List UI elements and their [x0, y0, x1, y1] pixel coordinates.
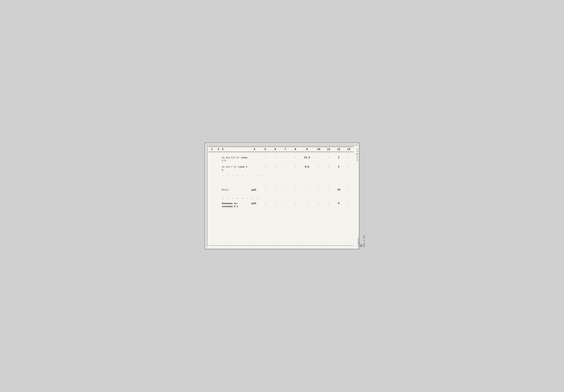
separator-dashes-2: - - - - - - - - — [209, 197, 354, 200]
separator-dashes-1: - - - - - - - - - — [209, 174, 354, 178]
header-col12: 12 — [334, 148, 344, 151]
cell-r5-c10: - — [314, 202, 324, 205]
data-section: по поз.5,6 от суммы 3 % - - - - II,3 - -… — [209, 155, 354, 209]
header-col5: 5 — [260, 148, 270, 151]
header-col1: 1 — [209, 148, 215, 151]
cell-r4-c6: - — [270, 188, 280, 191]
cell-r1-c12: I — [334, 156, 344, 159]
cell-r2-c13: - — [344, 166, 354, 168]
cell-r4-c3: Итого — [222, 188, 249, 192]
cell-r4-c11: - — [324, 188, 334, 191]
cell-r4-c5: - — [260, 188, 270, 191]
header-col4: 4 — [249, 148, 260, 151]
main-table: 1 2 3 4 5 6 7 8 9 10 11 12 13 по поз.5,6… — [209, 147, 354, 209]
cell-r4-c12: 76 — [334, 188, 344, 191]
table-row — [209, 179, 354, 186]
table-row: по поз.7 от суммы 6 % - - - - 8,6 - - I … — [209, 165, 354, 172]
cell-r1-c11: - — [324, 156, 334, 159]
cell-r2-c6: - — [270, 166, 280, 168]
cell-r2-c11: - — [324, 166, 334, 168]
side-label-top: 251-1-52 — [363, 146, 366, 247]
cell-r2-c7: - — [280, 166, 290, 168]
cell-r5-c12: 5 — [334, 202, 344, 205]
cell-r2-c12: I — [334, 166, 344, 168]
cell-r2-c8: - — [290, 166, 300, 168]
cell-r2-c5: - — [260, 166, 270, 168]
header-col7: 7 — [280, 148, 290, 151]
top-border — [207, 145, 358, 145]
table-row: по поз.5,6 от суммы 3 % - - - - II,3 - -… — [209, 155, 354, 163]
header-col8: 8 — [290, 148, 300, 151]
left-border — [207, 145, 207, 247]
cell-r2-c9: 8,6 — [300, 166, 314, 168]
side-margin-text: 251-1-52 47 7/99771 — [359, 143, 366, 249]
table-row: Итого руб. - - - - - - - 76 - — [209, 188, 354, 195]
document-page: 251-1-52 47 7/99771 2 4-70 4-7 1 2 3 4 5… — [205, 143, 359, 249]
header-underline — [209, 152, 354, 153]
cell-r5-c5: - — [260, 202, 270, 205]
cell-r1-c7: - — [280, 156, 290, 159]
cell-r2-c10: - — [314, 166, 324, 168]
cell-r5-c7: - — [280, 202, 290, 205]
cell-r4-c8: - — [290, 188, 300, 191]
cell-r4-c9: - — [300, 188, 314, 191]
cell-r2-c3: по поз.7 от суммы 6 % — [222, 166, 249, 172]
cell-r1-c6: - — [270, 156, 280, 159]
cell-r1-c9: II,3 — [300, 156, 314, 159]
cell-r5-c3: Плановые на-копления 6 % — [222, 202, 249, 208]
cell-r1-c8: - — [290, 156, 300, 159]
table-row: Плановые на-копления 6 % руб. - - - - - … — [209, 201, 354, 209]
header-col13: 13 — [344, 148, 354, 151]
header-col11: 11 — [324, 148, 334, 151]
cell-r5-c4: руб. — [249, 202, 260, 205]
cell-r1-c3: по поз.5,6 от суммы 3 % — [222, 156, 249, 162]
header-col10: 10 — [314, 148, 324, 151]
cell-r4-c7: - — [280, 188, 290, 191]
header-row: 1 2 3 4 5 6 7 8 9 10 11 12 13 — [209, 147, 354, 152]
header-col6: 6 — [270, 148, 280, 151]
cell-r5-c13: - — [344, 202, 354, 205]
cell-r5-c8: - — [290, 202, 300, 205]
cell-r4-c13: - — [344, 188, 354, 191]
right-margin-text: 2 4-70 4-7 — [356, 148, 359, 161]
cell-r5-c9: - — [300, 202, 314, 205]
cell-r1-c10: - — [314, 156, 324, 159]
header-col9: 9 — [300, 148, 314, 151]
cell-r1-c13: - — [344, 156, 354, 159]
cell-r1-c5: - — [260, 156, 270, 159]
cell-r4-c10: - — [314, 188, 324, 191]
header-col3: 3 — [222, 148, 249, 151]
cell-r4-c4: руб. — [249, 188, 260, 191]
cell-r5-c11: - — [324, 202, 334, 205]
bottom-border — [209, 245, 354, 246]
cell-r5-c6: - — [270, 202, 280, 205]
side-label-mid: 47 — [360, 145, 363, 247]
header-col2: 2 — [215, 148, 222, 151]
